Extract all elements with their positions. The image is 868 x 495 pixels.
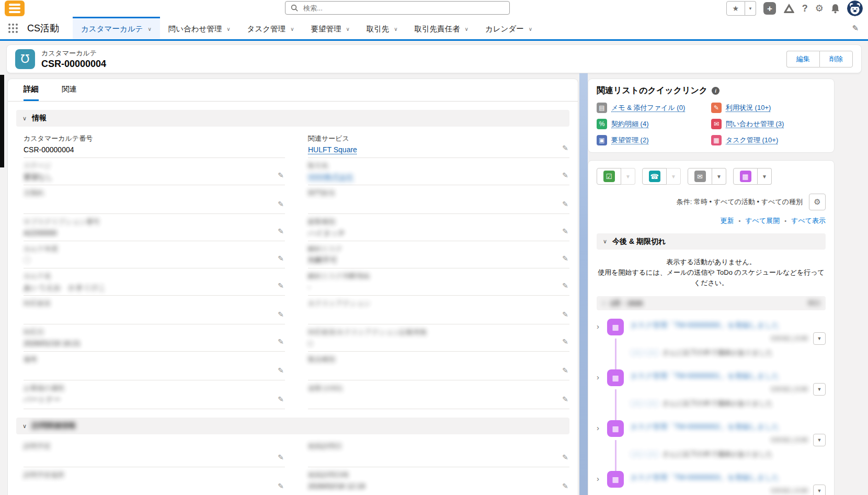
related-list-quick-link[interactable]: ▦ タスク管理 (10+) [711, 135, 826, 145]
edit-pencil-icon[interactable]: ✎ [562, 310, 568, 319]
upcoming-overdue-header[interactable]: ∨ 今後 & 期限切れ [597, 233, 826, 250]
action-dropdown-icon[interactable]: ▼ [621, 168, 635, 185]
action-dropdown-icon[interactable]: ▼ [712, 168, 726, 185]
favorites-dropdown-icon[interactable]: ▼ [745, 1, 756, 16]
field-cell: 解約リスク判断理由 - ✎ [308, 268, 569, 296]
chevron-down-icon[interactable]: ∨ [465, 26, 469, 32]
related-list-quick-link[interactable]: ✎ 利用状況 (10+) [711, 103, 826, 113]
edit-pencil-icon[interactable]: ✎ [278, 395, 284, 403]
event-icon: ▦ [740, 171, 751, 182]
field-cell: 対応状況 ✎ [24, 296, 285, 324]
chevron-down-icon[interactable]: ∨ [226, 26, 230, 32]
activity-panel: ☑ ▼ ☎ ▼ ✉ ▼ ▦ ▼ 条件: 常時 • すべての活動 • すべての種別… [588, 160, 835, 495]
chevron-down-icon[interactable]: ∨ [147, 26, 151, 32]
delete-button[interactable]: 削除 [819, 51, 853, 68]
edit-pencil-icon[interactable]: ✎ [278, 227, 284, 235]
edit-pencil-icon[interactable]: ✎ [562, 366, 568, 375]
edit-pencil-icon[interactable]: ✎ [562, 227, 568, 235]
nav-tab[interactable]: 取引先責任者 ∨ [406, 17, 477, 39]
timeline-collapse-button[interactable]: ▼ [813, 332, 826, 345]
edit-pencil-icon[interactable]: ✎ [562, 144, 568, 152]
expand-chevron-icon[interactable]: › [597, 423, 605, 432]
edit-pencil-icon[interactable]: ✎ [278, 482, 284, 490]
edit-pencil-icon[interactable]: ✎ [278, 453, 284, 462]
expand-chevron-icon[interactable]: › [597, 474, 605, 483]
nav-tab[interactable]: カスタマーカルテ ∨ [73, 17, 160, 39]
new-task-button[interactable]: ☑ [597, 168, 621, 185]
search-input[interactable] [302, 4, 504, 13]
guidance-center-icon[interactable] [783, 3, 795, 14]
nav-tab[interactable]: カレンダー ∨ [477, 17, 541, 39]
notification-bell-icon[interactable] [831, 4, 840, 14]
record-actions: 編集 削除 [786, 51, 853, 68]
filter-gear-icon[interactable]: ⚙ [809, 194, 826, 210]
global-add-icon[interactable]: + [763, 2, 776, 15]
help-icon[interactable]: ? [802, 3, 808, 14]
edit-pencil-icon[interactable]: ✎ [278, 338, 284, 346]
global-search[interactable] [285, 1, 510, 15]
timeline-collapse-button[interactable]: ▼ [813, 485, 826, 495]
expand-chevron-icon[interactable]: › [597, 322, 605, 331]
user-avatar[interactable] [847, 1, 863, 16]
field-cell: お客様の属性 パートナー ✎ [24, 380, 285, 409]
timeline-month-header[interactable]: ∨ 2月・2026 種別 [597, 296, 826, 310]
email-button[interactable]: ✉ [688, 168, 712, 185]
view-all-link[interactable]: すべて表示 [791, 216, 826, 226]
edit-pencil-icon[interactable]: ✎ [278, 282, 284, 290]
related-list-quick-link[interactable]: ▣ 要望管理 (2) [597, 135, 711, 145]
timeline-user-link[interactable]: 〇〇 〇〇 [630, 449, 659, 459]
edit-pencil-icon[interactable]: ✎ [562, 453, 568, 462]
timeline-user-link[interactable]: 〇〇 〇〇 [630, 399, 659, 408]
edit-pencil-icon[interactable]: ✎ [562, 200, 568, 208]
app-launcher-icon[interactable] [8, 24, 18, 33]
nav-tab[interactable]: 要望管理 ∨ [302, 17, 358, 39]
edit-button[interactable]: 編集 [786, 51, 819, 68]
company-logo[interactable] [5, 1, 25, 16]
nav-tab[interactable]: タスク管理 ∨ [239, 17, 303, 39]
setup-gear-icon[interactable]: ⚙ [815, 3, 824, 14]
nav-tab[interactable]: 問い合わせ管理 ∨ [160, 17, 239, 39]
edit-pencil-icon[interactable]: ✎ [278, 366, 284, 375]
edit-pencil-icon[interactable]: ✎ [278, 200, 284, 208]
edit-navigation-pencil-icon[interactable]: ✎ [852, 24, 859, 33]
new-event-button[interactable]: ▦ [733, 168, 758, 185]
timeline-timestamp: 0月0日 | 0:00 [771, 334, 808, 343]
edit-pencil-icon[interactable]: ✎ [562, 338, 568, 346]
edit-pencil-icon[interactable]: ✎ [562, 395, 568, 403]
timeline-title-link[interactable]: タスク管理「TM-00000003」を登録しました [630, 473, 780, 482]
log-a-call-button[interactable]: ☎ [642, 168, 667, 185]
activity-action-group: ☑ ▼ [597, 168, 635, 185]
expand-chevron-icon[interactable]: › [597, 373, 605, 381]
action-dropdown-icon[interactable]: ▼ [758, 168, 772, 185]
timeline-title-link[interactable]: タスク管理「TM-00000001」を登録しました [630, 372, 780, 381]
edit-pencil-icon[interactable]: ✎ [278, 171, 284, 179]
chevron-down-icon[interactable]: ∨ [290, 26, 294, 32]
nav-tab[interactable]: 取引先 ∨ [358, 17, 406, 39]
related-list-quick-link[interactable]: ✉ 問い合わせ管理 (3) [711, 119, 826, 129]
timeline-collapse-button[interactable]: ▼ [813, 434, 826, 446]
tab-related[interactable]: 関連 [62, 79, 77, 101]
favorites-star-icon[interactable]: ★ [726, 1, 745, 16]
edit-pencil-icon[interactable]: ✎ [562, 482, 568, 490]
timeline-title-link[interactable]: タスク管理「TM-00000000」を登録しました [630, 321, 780, 330]
edit-pencil-icon[interactable]: ✎ [278, 254, 284, 263]
edit-pencil-icon[interactable]: ✎ [562, 254, 568, 263]
edit-pencil-icon[interactable]: ✎ [562, 282, 568, 290]
refresh-link[interactable]: 更新 [720, 216, 734, 226]
timeline-collapse-button[interactable]: ▼ [813, 383, 826, 396]
section-info-header[interactable]: ∨ 情報 [16, 110, 569, 127]
expand-all-link[interactable]: すべて展開 [745, 216, 780, 226]
action-dropdown-icon[interactable]: ▼ [667, 168, 681, 185]
chevron-down-icon[interactable]: ∨ [529, 26, 532, 32]
related-list-quick-link[interactable]: ▤ メモ & 添付ファイル (0) [597, 103, 711, 113]
tab-details[interactable]: 詳細 [24, 79, 39, 101]
chevron-down-icon[interactable]: ∨ [394, 26, 397, 32]
edit-pencil-icon[interactable]: ✎ [562, 171, 568, 179]
timeline-title-link[interactable]: タスク管理「TM-00000002」を登録しました [630, 422, 780, 432]
info-icon[interactable]: i [712, 87, 719, 95]
section-visit-header[interactable]: ∨ 訪問関連情報 [16, 418, 569, 434]
related-list-quick-link[interactable]: % 契約明細 (4) [597, 119, 711, 129]
edit-pencil-icon[interactable]: ✎ [278, 310, 284, 319]
timeline-user-link[interactable]: 〇〇 〇〇 [630, 348, 659, 357]
chevron-down-icon[interactable]: ∨ [346, 26, 349, 32]
